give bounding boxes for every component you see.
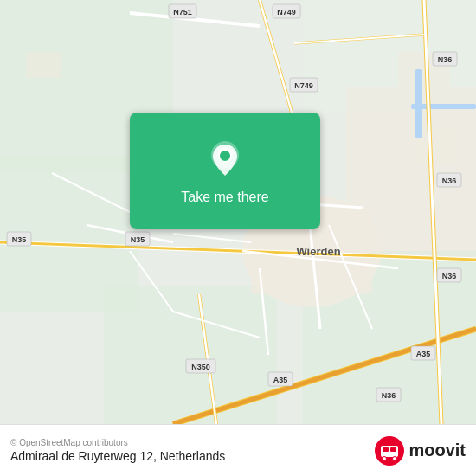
take-me-there-button[interactable]: Take me there	[181, 190, 268, 205]
svg-rect-67	[383, 447, 389, 452]
svg-text:N749: N749	[277, 8, 296, 16]
info-bar: © OpenStreetMap contributors Admiraal de…	[0, 424, 476, 476]
svg-text:N35: N35	[131, 235, 145, 244]
svg-point-64	[220, 151, 230, 161]
svg-text:A35: A35	[416, 350, 431, 358]
location-pin-icon	[203, 138, 247, 181]
svg-rect-68	[390, 447, 396, 452]
moovit-logo-icon	[374, 435, 405, 466]
info-left: © OpenStreetMap contributors Admiraal de…	[10, 438, 225, 463]
map: N751 N749 N749 N36 N36 N35 N35 N36 N350 …	[0, 0, 476, 424]
svg-text:N36: N36	[438, 55, 453, 64]
svg-text:Wierden: Wierden	[296, 245, 340, 258]
svg-point-70	[393, 456, 397, 460]
copyright-text: © OpenStreetMap contributors	[10, 438, 225, 447]
svg-text:N36: N36	[382, 391, 396, 400]
address-text: Admiraal de Ruyterweg 12, Netherlands	[10, 449, 225, 463]
svg-text:N36: N36	[442, 272, 457, 280]
svg-rect-9	[26, 52, 61, 78]
svg-text:N749: N749	[294, 81, 313, 90]
moovit-logo: moovit	[374, 435, 466, 466]
svg-rect-13	[411, 104, 476, 109]
svg-rect-6	[104, 286, 277, 424]
moovit-brand-text: moovit	[408, 441, 466, 460]
svg-text:N35: N35	[12, 235, 27, 244]
action-card[interactable]: Take me there	[130, 113, 320, 229]
svg-text:N350: N350	[191, 363, 210, 371]
svg-point-69	[383, 456, 387, 460]
svg-text:N751: N751	[173, 8, 192, 16]
svg-text:A35: A35	[273, 376, 288, 384]
svg-text:N36: N36	[442, 177, 457, 185]
